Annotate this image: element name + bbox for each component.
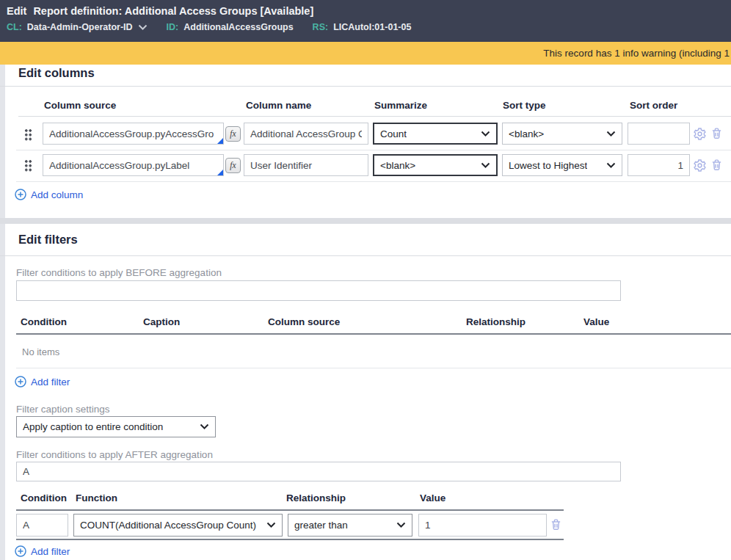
filter-caption-settings-label: Filter caption settings	[16, 404, 110, 415]
section-divider-band	[0, 218, 731, 224]
after-condition-field	[16, 514, 68, 537]
edit-columns-section: Edit columns Column source Column name S…	[0, 65, 731, 218]
column-name-input[interactable]	[244, 123, 368, 145]
after-value-input[interactable]	[418, 514, 547, 537]
divider	[16, 539, 564, 540]
chevron-down-icon[interactable]	[138, 24, 148, 31]
before-aggregation-input[interactable]	[16, 280, 621, 301]
autocomplete-corner-icon	[217, 170, 223, 175]
sort-order-field	[628, 154, 690, 176]
divider	[18, 116, 731, 117]
summarize-select[interactable]: Count	[373, 123, 498, 145]
id-label: ID:	[167, 22, 179, 32]
chevron-down-icon	[481, 162, 490, 169]
plus-circle-icon	[15, 376, 26, 388]
sort-order-input[interactable]	[628, 154, 690, 176]
filter-header-caption: Caption	[143, 316, 180, 327]
after-function-select[interactable]: COUNT(Additional AccessGroup Count)	[73, 514, 283, 537]
expression-fx-button[interactable]: fx	[225, 126, 241, 142]
chevron-down-icon	[266, 522, 276, 528]
id-value: AdditionalAccessGroups	[183, 22, 293, 32]
add-filter-link[interactable]: Add filter	[15, 376, 70, 388]
edit-columns-title: Edit columns	[18, 66, 95, 80]
after-aggregation-field	[16, 462, 621, 481]
rs-value: LICAutoI:01-01-05	[333, 22, 411, 32]
add-column-link[interactable]: Add column	[15, 189, 83, 200]
gear-icon[interactable]	[693, 127, 707, 141]
expression-fx-button[interactable]: fx	[225, 158, 241, 173]
sort-type-select[interactable]: Lowest to Highest	[502, 154, 622, 176]
after-relationship-select[interactable]: greater than	[288, 514, 412, 537]
drag-handle-icon[interactable]	[24, 128, 32, 141]
chevron-down-icon	[606, 131, 616, 137]
plus-circle-icon	[15, 189, 26, 200]
divider	[0, 86, 731, 87]
col-header-summarize: Summarize	[374, 100, 427, 111]
page-title: Report definition: Additional Access Gro…	[33, 5, 313, 17]
after-condition-input[interactable]	[16, 514, 68, 537]
title-line: Edit Report definition: Additional Acces…	[7, 5, 313, 17]
divider	[16, 368, 731, 368]
autocomplete-corner-icon	[217, 138, 223, 144]
before-aggregation-field	[16, 280, 621, 301]
chevron-down-icon	[606, 162, 616, 169]
record-keys: CL: Data-Admin-Operator-ID ID: Additiona…	[7, 22, 411, 32]
info-warning-banner[interactable]: This record has 1 info warning (includin…	[0, 42, 731, 65]
after-header-condition: Condition	[21, 492, 67, 503]
sort-order-field	[628, 123, 690, 145]
filter-header-relationship: Relationship	[466, 316, 525, 327]
chevron-down-icon	[481, 131, 490, 137]
report-definition-page: Edit Report definition: Additional Acces…	[0, 0, 731, 560]
trash-icon[interactable]	[710, 127, 724, 141]
edit-label: Edit	[7, 5, 26, 17]
edit-filters-title: Edit filters	[18, 233, 78, 247]
cl-label: CL:	[7, 22, 22, 32]
column-name-input[interactable]	[244, 154, 368, 176]
drag-handle-icon[interactable]	[24, 159, 32, 172]
divider	[16, 150, 731, 150]
divider	[16, 333, 731, 335]
after-header-function: Function	[76, 492, 117, 503]
col-header-sorttype: Sort type	[503, 100, 546, 111]
gear-icon[interactable]	[693, 159, 707, 172]
divider	[0, 255, 731, 256]
before-aggregation-label: Filter conditions to apply BEFORE aggreg…	[16, 267, 222, 278]
add-filter-link[interactable]: Add filter	[15, 545, 70, 557]
column-source-field	[43, 123, 224, 145]
summarize-select[interactable]: <blank>	[373, 154, 498, 176]
after-aggregation-input[interactable]	[16, 462, 621, 481]
column-name-field	[244, 154, 368, 176]
filter-header-value: Value	[583, 316, 609, 327]
col-header-source: Column source	[44, 100, 116, 111]
divider	[16, 509, 564, 511]
sort-order-input[interactable]	[628, 123, 690, 145]
trash-icon[interactable]	[710, 159, 724, 172]
after-aggregation-label: Filter conditions to apply AFTER aggrega…	[16, 449, 213, 460]
filter-header-condition: Condition	[21, 316, 67, 327]
col-header-name: Column name	[246, 100, 311, 111]
filter-caption-settings-select[interactable]: Apply caption to entire condition	[16, 416, 216, 437]
column-source-field	[43, 154, 224, 176]
after-value-field	[418, 514, 547, 537]
after-header-value: Value	[420, 492, 445, 503]
chevron-down-icon	[396, 522, 406, 528]
no-items-text: No items	[22, 346, 59, 357]
sort-type-select[interactable]: <blank>	[502, 123, 622, 145]
column-source-input[interactable]	[43, 154, 224, 176]
filter-header-source: Column source	[268, 316, 340, 327]
after-header-relationship: Relationship	[286, 492, 346, 503]
title-bar: Edit Report definition: Additional Acces…	[0, 0, 731, 42]
edit-filters-section: Edit filters Filter conditions to apply …	[0, 224, 731, 560]
cl-value[interactable]: Data-Admin-Operator-ID	[27, 22, 133, 32]
divider	[16, 181, 731, 182]
rs-label: RS:	[313, 22, 329, 32]
trash-icon[interactable]	[550, 518, 564, 532]
column-source-input[interactable]	[43, 123, 224, 145]
plus-circle-icon	[15, 545, 26, 557]
chevron-down-icon	[200, 423, 209, 430]
column-name-field	[244, 123, 368, 145]
col-header-sortorder: Sort order	[630, 100, 677, 111]
